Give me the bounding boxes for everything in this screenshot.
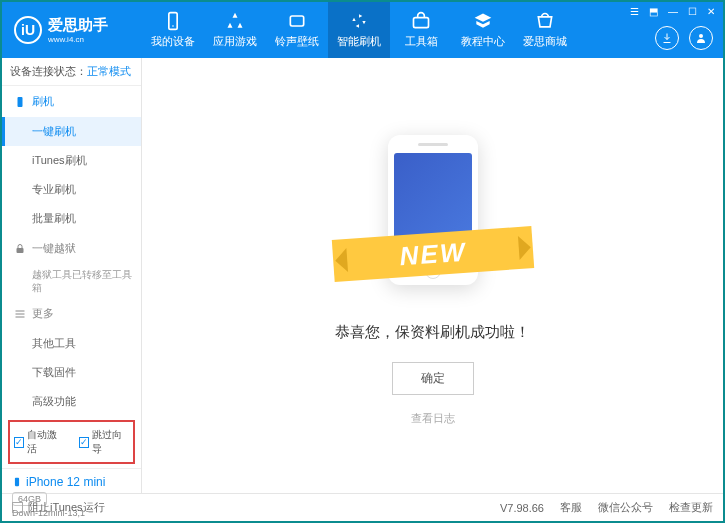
svg-rect-3 <box>414 18 429 28</box>
svg-rect-5 <box>18 97 23 107</box>
menu-icon[interactable]: ☰ <box>628 6 641 17</box>
new-banner: NEW <box>331 226 533 282</box>
checkbox-block-itunes[interactable] <box>12 502 23 513</box>
sidebar-item-itunes[interactable]: iTunes刷机 <box>2 146 141 175</box>
sidebar-item-advanced[interactable]: 高级功能 <box>2 387 141 416</box>
view-log-link[interactable]: 查看日志 <box>411 411 455 426</box>
block-itunes-label: 阻止iTunes运行 <box>28 500 105 515</box>
checkbox-auto-activate[interactable]: ✓自动激活 <box>14 428 65 456</box>
nav-apps[interactable]: 应用游戏 <box>204 2 266 58</box>
connection-status: 设备连接状态：正常模式 <box>2 58 141 86</box>
sidebar-item-pro[interactable]: 专业刷机 <box>2 175 141 204</box>
check-icon: ✓ <box>79 437 89 448</box>
nav-toolbox[interactable]: 工具箱 <box>390 2 452 58</box>
nav-store[interactable]: 爱思商城 <box>514 2 576 58</box>
ok-button[interactable]: 确定 <box>392 362 474 395</box>
svg-point-4 <box>699 34 703 38</box>
version-label: V7.98.66 <box>500 502 544 514</box>
window-controls: ☰ ⬒ — ☐ ✕ <box>628 6 717 17</box>
svg-point-1 <box>172 25 174 27</box>
sidebar-item-other[interactable]: 其他工具 <box>2 329 141 358</box>
sidebar-item-download[interactable]: 下载固件 <box>2 358 141 387</box>
sidebar: 设备连接状态：正常模式 刷机 一键刷机 iTunes刷机 专业刷机 批量刷机 一… <box>2 58 142 493</box>
app-title: 爱思助手 <box>48 16 108 35</box>
user-icon[interactable] <box>689 26 713 50</box>
close-icon[interactable]: ✕ <box>705 6 717 17</box>
minimize-icon[interactable]: — <box>666 6 680 17</box>
nav-my-device[interactable]: 我的设备 <box>142 2 204 58</box>
jailbreak-note: 越狱工具已转移至工具箱 <box>2 264 141 298</box>
nav-tutorials[interactable]: 教程中心 <box>452 2 514 58</box>
checkbox-skip-guide[interactable]: ✓跳过向导 <box>79 428 130 456</box>
sidebar-section-more[interactable]: 更多 <box>2 298 141 329</box>
sidebar-section-flash[interactable]: 刷机 <box>2 86 141 117</box>
device-name: iPhone 12 mini <box>12 475 131 489</box>
check-update-link[interactable]: 检查更新 <box>669 500 713 515</box>
sidebar-item-oneclick[interactable]: 一键刷机 <box>2 117 141 146</box>
maximize-icon[interactable]: ☐ <box>686 6 699 17</box>
nav-flash[interactable]: 智能刷机 <box>328 2 390 58</box>
phone-illustration: NEW <box>353 125 513 305</box>
nav-ringtones[interactable]: 铃声壁纸 <box>266 2 328 58</box>
sidebar-section-jailbreak[interactable]: 一键越狱 <box>2 233 141 264</box>
main-content: NEW 恭喜您，保资料刷机成功啦！ 确定 查看日志 <box>142 58 723 493</box>
download-icon[interactable] <box>655 26 679 50</box>
svg-rect-7 <box>15 478 19 486</box>
logo-icon: iU <box>14 16 42 44</box>
sidebar-item-batch[interactable]: 批量刷机 <box>2 204 141 233</box>
check-icon: ✓ <box>14 437 24 448</box>
wechat-link[interactable]: 微信公众号 <box>598 500 653 515</box>
app-header: iU 爱思助手 www.i4.cn 我的设备 应用游戏 铃声壁纸 智能刷机 工具… <box>2 2 723 58</box>
options-box: ✓自动激活 ✓跳过向导 <box>8 420 135 464</box>
customer-service-link[interactable]: 客服 <box>560 500 582 515</box>
svg-rect-2 <box>290 16 303 26</box>
logo: iU 爱思助手 www.i4.cn <box>2 16 142 44</box>
success-message: 恭喜您，保资料刷机成功啦！ <box>335 323 530 342</box>
svg-rect-6 <box>17 248 24 253</box>
app-url: www.i4.cn <box>48 35 108 44</box>
pin-icon[interactable]: ⬒ <box>647 6 660 17</box>
